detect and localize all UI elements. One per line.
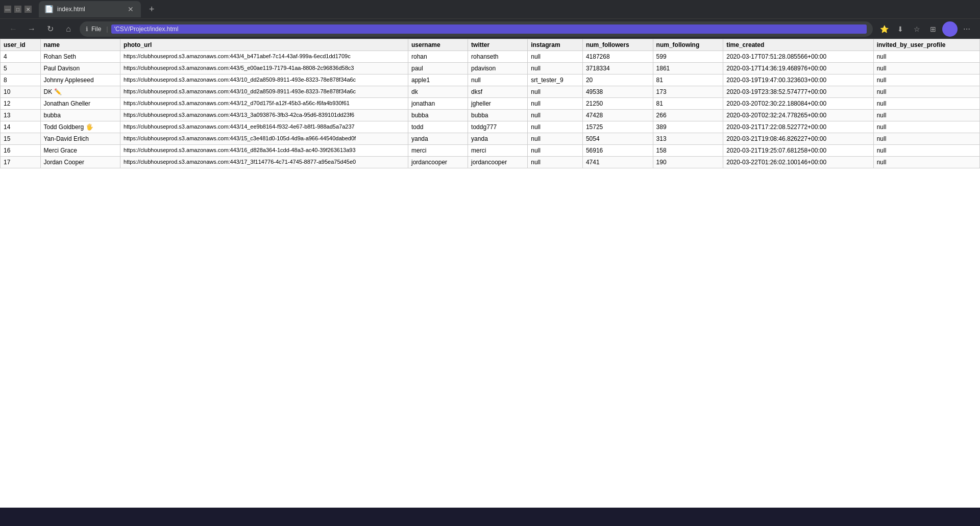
table-cell-name: DK ✏️ — [40, 86, 120, 98]
table-cell-user_id: 14 — [1, 121, 41, 133]
table-cell-username: jordancooper — [408, 157, 468, 168]
table-cell-name: Johnny Appleseed — [40, 74, 120, 86]
table-cell-user_id: 12 — [1, 98, 41, 110]
table-cell-instagram: null — [528, 86, 583, 98]
table-cell-user_id: 10 — [1, 86, 41, 98]
downloads-button[interactable]: ⬇ — [893, 22, 908, 36]
active-tab[interactable]: 📄 index.html ✕ — [39, 1, 141, 17]
table-cell-photo_url: https://clubhouseprod.s3.amazonaws.com:4… — [120, 63, 408, 74]
table-cell-invited_by_user_profile: null — [873, 110, 979, 121]
table-cell-user_id: 13 — [1, 110, 41, 121]
table-cell-photo_url: https://clubhouseprod.s3.amazonaws.com:4… — [120, 121, 408, 133]
table-cell-photo_url: https://clubhouseprod.s3.amazonaws.com:4… — [120, 98, 408, 110]
home-button[interactable]: ⌂ — [61, 22, 76, 36]
col-header-username: username — [408, 39, 468, 51]
table-cell-num_followers: 5054 — [582, 133, 653, 145]
table-cell-twitter: null — [468, 74, 528, 86]
table-cell-name: Jordan Cooper — [40, 157, 120, 168]
col-header-instagram: instagram — [528, 39, 583, 51]
table-cell-user_id: 17 — [1, 157, 41, 168]
table-cell-time_created: 2020-03-21T19:25:07.681258+00:00 — [723, 145, 873, 157]
table-cell-num_followers: 21250 — [582, 98, 653, 110]
table-cell-instagram: null — [528, 157, 583, 168]
table-cell-num_following: 190 — [653, 157, 723, 168]
col-header-num-following: num_following — [653, 39, 723, 51]
table-cell-name: Todd Goldberg 🖐️ — [40, 121, 120, 133]
table-cell-username: yanda — [408, 133, 468, 145]
table-cell-username: bubba — [408, 110, 468, 121]
table-cell-twitter: jgheller — [468, 98, 528, 110]
table-cell-num_following: 599 — [653, 51, 723, 63]
col-header-time-created: time_created — [723, 39, 873, 51]
table-cell-username: todd — [408, 121, 468, 133]
browser-chrome: — □ ✕ 📄 index.html ✕ + ← → ↻ ⌂ ℹ File | … — [0, 0, 980, 39]
table-cell-invited_by_user_profile: null — [873, 157, 979, 168]
table-cell-user_id: 16 — [1, 145, 41, 157]
reload-button[interactable]: ↻ — [43, 22, 57, 36]
table-cell-username: apple1 — [408, 74, 468, 86]
profile-button[interactable] — [942, 21, 958, 37]
close-button[interactable]: ✕ — [24, 6, 32, 13]
table-cell-num_following: 173 — [653, 86, 723, 98]
table-cell-photo_url: https://clubhouseprod.s3.amazonaws.com:4… — [120, 145, 408, 157]
table-cell-time_created: 2020-03-19T23:38:52.574777+00:00 — [723, 86, 873, 98]
table-cell-twitter: toddg777 — [468, 121, 528, 133]
table-cell-time_created: 2020-03-20T02:30:22.188084+00:00 — [723, 98, 873, 110]
table-cell-name: Rohan Seth — [40, 51, 120, 63]
file-label: File — [91, 26, 103, 33]
table-cell-twitter: merci — [468, 145, 528, 157]
tab-close-button[interactable]: ✕ — [127, 5, 135, 13]
table-row: 15Yan-David Erlichhttps://clubhouseprod.… — [1, 133, 980, 145]
table-cell-num_following: 1861 — [653, 63, 723, 74]
table-cell-instagram: null — [528, 63, 583, 74]
table-cell-instagram: null — [528, 145, 583, 157]
address-url-input[interactable]: 'CSV/Project/index.html — [111, 24, 867, 34]
table-cell-time_created: 2020-03-19T19:47:00.323603+00:00 — [723, 74, 873, 86]
table-cell-time_created: 2020-03-20T02:32:24.778265+00:00 — [723, 110, 873, 121]
address-divider: | — [106, 25, 108, 33]
back-button[interactable]: ← — [6, 22, 20, 36]
table-cell-time_created: 2020-03-21T19:08:46.826227+00:00 — [723, 133, 873, 145]
table-cell-name: Paul Davison — [40, 63, 120, 74]
col-header-twitter: twitter — [468, 39, 528, 51]
table-cell-num_following: 266 — [653, 110, 723, 121]
table-row: 12Jonathan Ghellerhttps://clubhouseprod.… — [1, 98, 980, 110]
table-cell-num_following: 81 — [653, 74, 723, 86]
table-cell-photo_url: https://clubhouseprod.s3.amazonaws.com:4… — [120, 51, 408, 63]
table-cell-photo_url: https://clubhouseprod.s3.amazonaws.com:4… — [120, 133, 408, 145]
forward-button[interactable]: → — [24, 22, 39, 36]
table-cell-name: Jonathan Gheller — [40, 98, 120, 110]
table-cell-twitter: rohanseth — [468, 51, 528, 63]
table-cell-invited_by_user_profile: null — [873, 86, 979, 98]
extensions-button[interactable]: ⭐ — [877, 22, 891, 36]
table-cell-instagram: null — [528, 133, 583, 145]
table-cell-invited_by_user_profile: null — [873, 133, 979, 145]
table-cell-num_followers: 20 — [582, 74, 653, 86]
table-cell-num_followers: 4187268 — [582, 51, 653, 63]
maximize-button[interactable]: □ — [14, 6, 21, 13]
table-cell-num_followers: 49538 — [582, 86, 653, 98]
table-cell-twitter: jordancooper — [468, 157, 528, 168]
settings-button[interactable]: ⋯ — [960, 22, 974, 36]
table-cell-username: paul — [408, 63, 468, 74]
address-bar[interactable]: ℹ File | 'CSV/Project/index.html — [80, 21, 873, 37]
minimize-button[interactable]: — — [4, 6, 11, 13]
table-cell-instagram: null — [528, 121, 583, 133]
toolbar-right: ⭐ ⬇ ☆ ⊞ ⋯ — [877, 21, 974, 37]
table-cell-num_followers: 56916 — [582, 145, 653, 157]
table-row: 17Jordan Cooperhttps://clubhouseprod.s3.… — [1, 157, 980, 168]
collections-button[interactable]: ⊞ — [926, 22, 940, 36]
table-cell-instagram: null — [528, 110, 583, 121]
table-cell-num_followers: 15725 — [582, 121, 653, 133]
favorites-button[interactable]: ☆ — [910, 22, 924, 36]
table-row: 10DK ✏️https://clubhouseprod.s3.amazonaw… — [1, 86, 980, 98]
table-cell-instagram: srt_tester_9 — [528, 74, 583, 86]
table-cell-invited_by_user_profile: null — [873, 63, 979, 74]
table-cell-twitter: dksf — [468, 86, 528, 98]
new-tab-button[interactable]: + — [145, 4, 159, 15]
page-content: user_id name photo_url username twitter … — [0, 39, 980, 508]
table-cell-num_following: 389 — [653, 121, 723, 133]
table-cell-num_following: 158 — [653, 145, 723, 157]
table-cell-num_followers: 4741 — [582, 157, 653, 168]
table-cell-time_created: 2020-03-22T01:26:02.100146+00:00 — [723, 157, 873, 168]
